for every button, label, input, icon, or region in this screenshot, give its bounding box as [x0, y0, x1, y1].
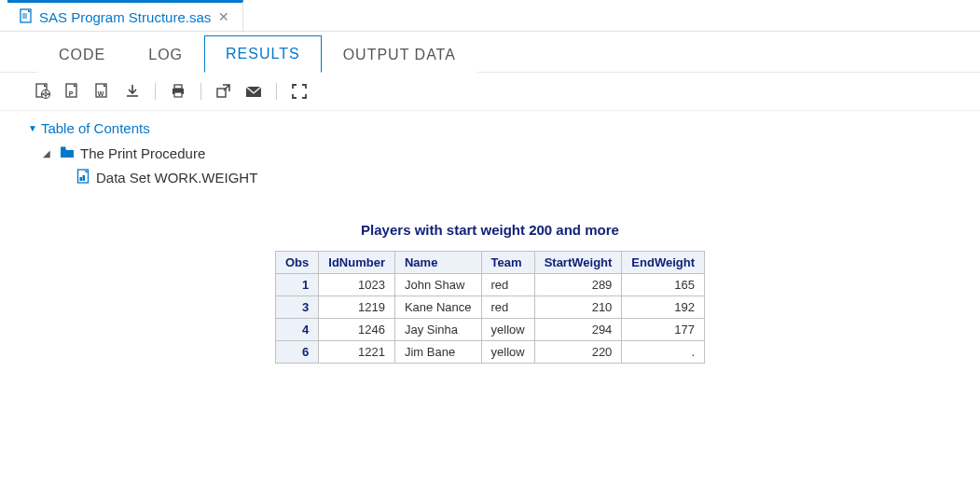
col-team: Team — [481, 252, 534, 274]
table-header-row: Obs IdNumber Name Team StartWeight EndWe… — [275, 252, 704, 274]
cell-endweight: 177 — [622, 319, 705, 341]
cell-name: Kane Nance — [394, 296, 481, 319]
svg-rect-11 — [174, 85, 182, 89]
toc-node-proc[interactable]: ◢ The Print Procedure — [43, 142, 952, 165]
tab-results[interactable]: RESULTS — [204, 35, 322, 73]
svg-rect-13 — [174, 92, 182, 97]
cell-obs: 1 — [275, 274, 318, 296]
table-row: 61221Jim Baneyellow220. — [275, 341, 704, 364]
cell-idnumber: 1246 — [319, 319, 395, 341]
open-new-window-button[interactable] — [211, 80, 237, 103]
svg-rect-18 — [83, 175, 86, 181]
cell-name: Jay Sinha — [394, 319, 481, 341]
caret-down-icon: ◢ — [43, 148, 54, 158]
file-tab[interactable]: SAS Program Structure.sas ✕ — [7, 0, 243, 31]
cell-startweight: 294 — [534, 319, 622, 341]
toc-node-label: The Print Procedure — [80, 145, 205, 161]
results-toolbar: P W — [0, 73, 980, 111]
cell-endweight: 165 — [622, 274, 705, 296]
email-button[interactable] — [241, 80, 267, 103]
cell-obs: 6 — [275, 341, 318, 364]
print-button[interactable] — [165, 80, 191, 103]
cell-idnumber: 1219 — [319, 296, 395, 319]
cell-startweight: 289 — [534, 274, 622, 296]
col-idnumber: IdNumber — [319, 252, 395, 274]
tab-output-data[interactable]: OUTPUT DATA — [322, 36, 477, 73]
cell-team: yellow — [481, 341, 534, 364]
file-tab-title: SAS Program Structure.sas — [39, 9, 211, 25]
sas-program-icon — [19, 8, 34, 26]
cell-team: yellow — [481, 319, 534, 341]
result-area: Players with start weight 200 and more O… — [0, 203, 980, 382]
cell-startweight: 220 — [534, 341, 622, 364]
toc-toggle[interactable]: ▼ Table of Contents — [28, 120, 952, 136]
cell-team: red — [481, 274, 534, 296]
toc-header-label: Table of Contents — [41, 120, 150, 136]
toolbar-separator — [155, 83, 156, 100]
col-obs: Obs — [275, 252, 318, 274]
tab-log[interactable]: LOG — [127, 36, 204, 73]
cell-idnumber: 1023 — [319, 274, 395, 296]
cell-name: John Shaw — [394, 274, 481, 296]
cell-endweight: 192 — [622, 296, 705, 319]
col-endweight: EndWeight — [622, 252, 705, 274]
cell-startweight: 210 — [534, 296, 622, 319]
toc-node-dataset[interactable]: Data Set WORK.WEIGHT — [43, 165, 952, 190]
svg-text:W: W — [98, 90, 104, 97]
cell-endweight: . — [622, 341, 705, 364]
export-rtf-button[interactable]: W — [90, 80, 116, 103]
download-button[interactable] — [119, 80, 145, 103]
folder-icon — [60, 145, 75, 161]
toolbar-separator — [200, 83, 201, 100]
result-table: Obs IdNumber Name Team StartWeight EndWe… — [275, 251, 705, 364]
cell-team: red — [481, 296, 534, 319]
table-row: 41246Jay Sinhayellow294177 — [275, 319, 704, 341]
col-startweight: StartWeight — [534, 252, 622, 274]
svg-text:P: P — [69, 90, 74, 97]
sub-tabs: CODE LOG RESULTS OUTPUT DATA — [0, 32, 980, 73]
cell-obs: 3 — [275, 296, 318, 319]
expand-button[interactable] — [286, 80, 312, 103]
svg-rect-17 — [80, 177, 83, 181]
toc-node-label: Data Set WORK.WEIGHT — [96, 170, 257, 186]
toolbar-separator — [276, 83, 277, 100]
table-row: 11023John Shawred289165 — [275, 274, 704, 296]
col-name: Name — [394, 252, 481, 274]
caret-down-icon: ▼ — [28, 123, 37, 133]
export-html-button[interactable] — [30, 80, 56, 103]
file-tab-bar: SAS Program Structure.sas ✕ — [0, 0, 980, 32]
tab-code[interactable]: CODE — [37, 36, 127, 73]
toc-tree: ◢ The Print Procedure Data Set WORK.WEIG… — [28, 142, 952, 190]
dataset-icon — [76, 169, 90, 186]
table-row: 31219Kane Nancered210192 — [275, 296, 704, 319]
close-icon[interactable]: ✕ — [216, 9, 231, 24]
cell-obs: 4 — [275, 319, 318, 341]
cell-idnumber: 1221 — [319, 341, 395, 364]
table-of-contents: ▼ Table of Contents ◢ The Print Procedur… — [0, 111, 980, 203]
cell-name: Jim Bane — [394, 341, 481, 364]
export-pdf-button[interactable]: P — [60, 80, 86, 103]
result-title: Players with start weight 200 and more — [47, 222, 933, 238]
